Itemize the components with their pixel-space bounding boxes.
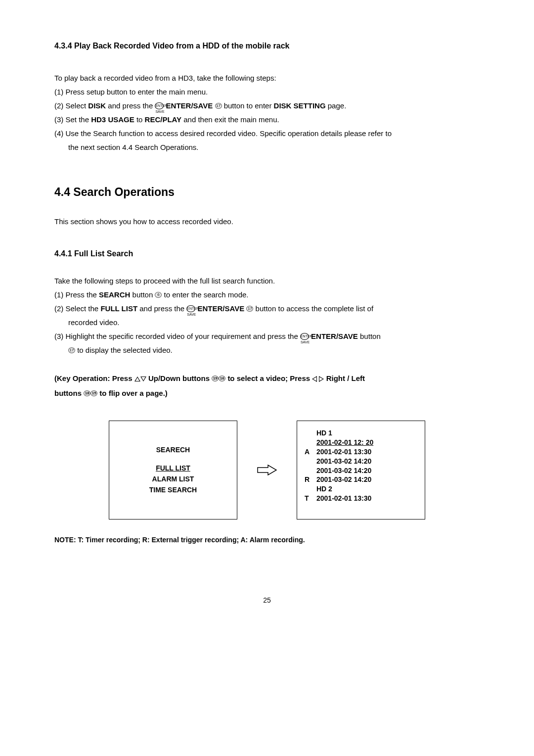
text-bold: REC/PLAY (145, 115, 181, 124)
time-search-item: TIME SEARCH (149, 484, 197, 495)
enter-save-icon: ENTERSAVE (186, 305, 195, 312)
step-434-1: (1) Press setup button to enter the main… (54, 86, 480, 98)
list-row: 2001-02-01 13:30 (316, 447, 371, 457)
num-17-icon: 17 (246, 306, 253, 312)
text-bold: DISK (88, 101, 106, 110)
num-17-icon: 17 (215, 103, 222, 109)
alarm-list-item: ALARM LIST (152, 473, 194, 484)
heading-4-3-4: 4.3.4 Play Back Recorded Video from a HD… (54, 40, 480, 52)
text: (1) Press the (54, 290, 99, 299)
text: (3) Set the (54, 115, 91, 124)
enter-save-icon: ENTERSAVE (155, 102, 164, 109)
note-text: NOTE: T: Timer recording; R: External tr… (54, 534, 480, 545)
step-434-4: (4) Use the Search function to access de… (54, 128, 480, 140)
text: button to enter (224, 101, 274, 110)
text: button (130, 290, 155, 299)
heading-4-4: 4.4 Search Operations (54, 183, 480, 201)
text: to enter the search mode. (164, 290, 249, 299)
text-intro-434: To play back a recorded video from a HD3… (54, 72, 480, 84)
text: to flip over a page.) (99, 389, 168, 397)
text: (2) Select the (54, 304, 100, 313)
row-tag: T (305, 494, 311, 503)
text-bold: DISK SETTING (274, 101, 326, 110)
row-tag (305, 457, 311, 466)
row-tag (305, 484, 311, 494)
row-tag: R (305, 475, 311, 484)
text: buttons (54, 389, 84, 397)
num-15-icon: 15 (90, 390, 97, 396)
row-tag: A (305, 447, 311, 457)
step-441-2f: recorded video. (54, 317, 480, 329)
text: to (134, 115, 145, 124)
text-intro-44: This section shows you how to access rec… (54, 216, 480, 228)
step-434-3: (3) Set the HD3 USAGE to REC/PLAY and th… (54, 114, 480, 126)
text-intro-441: Take the following steps to proceed with… (54, 275, 480, 287)
list-row: 2001-03-02 14:20 (316, 457, 371, 466)
text: and press the (137, 304, 186, 313)
diagram: SEARECH FULL LIST ALARM LIST TIME SEARCH… (54, 421, 480, 520)
arrow-right-icon (257, 465, 277, 475)
num-19-icon: 19 (212, 376, 219, 381)
hd1-label: HD 1 (316, 428, 332, 438)
text: Up/Down buttons (148, 374, 212, 382)
enter-save-icon: ENTERSAVE (300, 333, 309, 340)
num-16-icon: 16 (219, 376, 225, 381)
text: to select a video; Press (227, 374, 312, 382)
text-bold: ENTER/SAVE (166, 101, 215, 110)
triangle-left-icon (312, 376, 317, 382)
list-header: 2001-02-01 12: 20 (316, 438, 373, 447)
text: (Key Operation: Press (54, 374, 134, 382)
page-number: 25 (54, 595, 480, 606)
triangle-right-icon (319, 376, 324, 382)
text: (3) Highlight the specific recorded vide… (54, 332, 300, 340)
text: button to access the complete list of (256, 304, 373, 313)
text: Right / Left (326, 374, 365, 382)
text-bold: ENTER/SAVE (198, 304, 247, 313)
text: to display the selected video. (77, 346, 173, 354)
list-row: 2001-02-01 13:30 (316, 494, 371, 503)
list-row: 2001-03-02 14:20 (316, 475, 371, 484)
triangle-up-icon (134, 377, 140, 381)
num-18-icon: 18 (84, 390, 90, 396)
text: and press the (106, 101, 153, 110)
step-441-3: (3) Highlight the specific recorded vide… (54, 331, 480, 342)
row-tag (305, 466, 311, 475)
text-bold: HD3 USAGE (91, 115, 134, 124)
diagram-left-box: SEARECH FULL LIST ALARM LIST TIME SEARCH (109, 421, 237, 520)
num-17-icon: 17 (68, 347, 75, 353)
triangle-down-icon (140, 377, 146, 381)
step-434-2: (2) Select DISK and press the ENTERSAVE … (54, 100, 480, 112)
text: (2) Select (54, 101, 88, 110)
num-6-icon: 6 (155, 292, 162, 298)
list-row: 2001-03-02 14:20 (316, 466, 371, 475)
text-bold: ENTER/SAVE (311, 332, 358, 340)
step-441-3d: 17 to display the selected video. (54, 344, 480, 356)
search-menu-title: SEARECH (156, 444, 190, 455)
step-441-1: (1) Press the SEARCH button 6 to enter t… (54, 289, 480, 301)
text: button (358, 332, 381, 340)
text: page. (326, 101, 347, 110)
diagram-right-box: HD 1 2001-02-01 12: 20 A2001-02-01 13:30… (297, 421, 425, 520)
step-434-4b: the next section 4.4 Search Operations. (54, 142, 480, 153)
text-bold: SEARCH (99, 290, 130, 299)
step-441-2: (2) Select the FULL LIST and press the E… (54, 303, 480, 315)
heading-4-4-1: 4.4.1 Full List Search (54, 247, 480, 260)
full-list-item: FULL LIST (156, 463, 190, 473)
key-operation: (Key Operation: Press Up/Down buttons 19… (54, 371, 480, 401)
list-row: HD 2 (316, 484, 332, 494)
text-bold: FULL LIST (100, 304, 137, 313)
text: and then exit the main menu. (181, 115, 279, 124)
